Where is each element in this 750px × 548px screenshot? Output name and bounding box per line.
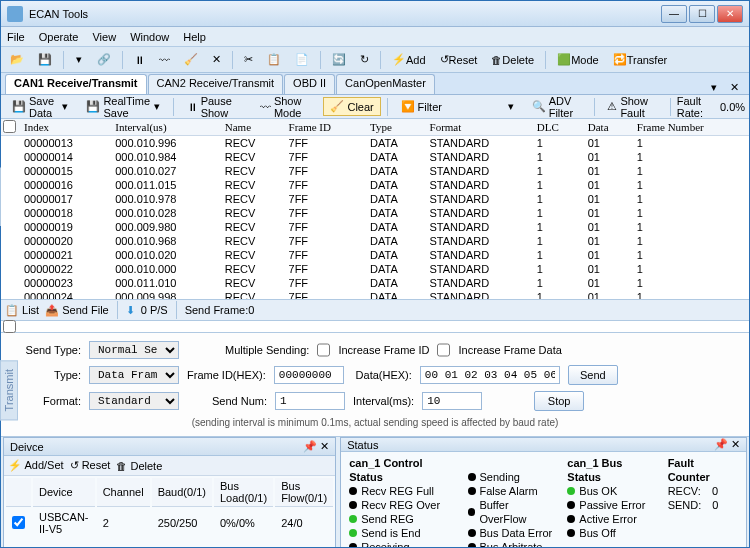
status-close-icon[interactable]: ✕ <box>731 438 740 450</box>
dev-col-busflow[interactable]: Bus Flow(0/1) <box>275 478 333 507</box>
refresh-icon[interactable]: ↻ <box>355 50 374 70</box>
device-row[interactable]: USBCAN-II-V5 2 250/250 0%/0% 24/0 <box>6 509 333 537</box>
filter-icon[interactable]: ✕ <box>207 50 226 70</box>
transmit-side-tab[interactable]: Transmit <box>0 360 18 420</box>
wave-icon[interactable]: 〰 <box>154 50 175 70</box>
mode-button[interactable]: 🟩 Mode <box>552 50 604 70</box>
table-row[interactable]: 00000013000.010.996RECV7FFDATASTANDARD10… <box>1 136 749 151</box>
filter-button[interactable]: 🔽 Filter <box>394 97 449 116</box>
show-mode-button[interactable]: 〰 Show Mode <box>253 92 320 122</box>
window-title: ECAN Tools <box>29 8 661 20</box>
show-fault-button[interactable]: ⚠ Show Fault <box>600 92 664 122</box>
dev-reset-button[interactable]: ↺ Reset <box>70 459 111 472</box>
clear-icon[interactable]: 🧹 <box>179 50 203 70</box>
tab-dropdown-icon[interactable]: ▾ <box>705 81 723 94</box>
device-panel-title: Deivce <box>10 441 44 453</box>
cycle-icon[interactable]: 🔄 <box>327 50 351 70</box>
status-pin-icon[interactable]: 📌 <box>714 438 728 450</box>
pause-icon[interactable]: ⏸ <box>129 50 150 70</box>
connect-icon[interactable]: 🔗 <box>92 50 116 70</box>
copy-icon[interactable]: 📋 <box>262 50 286 70</box>
dot-icon <box>349 543 357 548</box>
down-arrow-icon[interactable]: ⬇ <box>126 304 135 317</box>
dev-col-busload[interactable]: Bus Load(0/1) <box>214 478 273 507</box>
minimize-button[interactable]: — <box>661 5 687 23</box>
datahex-input[interactable] <box>420 366 560 384</box>
cut-icon[interactable]: ✂ <box>239 50 258 70</box>
send-frame-value: Send Frame:0 <box>185 304 255 316</box>
table-row[interactable]: 00000020000.010.968RECV7FFDATASTANDARD10… <box>1 234 749 248</box>
new-icon[interactable]: ▾ <box>70 50 88 70</box>
sendnum-input[interactable] <box>275 392 345 410</box>
increase-frameid-checkbox[interactable] <box>317 341 330 359</box>
dev-col-device[interactable]: Device <box>33 478 95 507</box>
clear-button[interactable]: 🧹 Clear <box>323 97 380 116</box>
send-type-select[interactable]: Normal Send <box>89 341 179 359</box>
close-button[interactable]: ✕ <box>717 5 743 23</box>
list-button[interactable]: 📋 List <box>5 304 39 317</box>
table-row[interactable]: 00000021000.010.020RECV7FFDATASTANDARD10… <box>1 248 749 262</box>
frameid-input[interactable] <box>274 366 344 384</box>
dot-icon <box>468 473 476 481</box>
receive-table[interactable]: Index Interval(us) Name Frame ID Type Fo… <box>1 119 749 299</box>
table-row[interactable]: 00000014000.010.984RECV7FFDATASTANDARD10… <box>1 150 749 164</box>
tab-canopen[interactable]: CanOpenMaster <box>336 74 435 94</box>
col-index[interactable]: Index <box>18 119 109 136</box>
device-close-icon[interactable]: ✕ <box>320 440 329 452</box>
table-row[interactable]: 00000022000.010.000RECV7FFDATASTANDARD10… <box>1 262 749 276</box>
sendnum-label: Send Num: <box>187 395 267 407</box>
maximize-button[interactable]: ☐ <box>689 5 715 23</box>
menu-file[interactable]: File <box>7 31 25 43</box>
send-button[interactable]: Send <box>568 365 618 385</box>
table-row[interactable]: 00000017000.010.978RECV7FFDATASTANDARD10… <box>1 192 749 206</box>
type-select[interactable]: Data Frame <box>89 366 179 384</box>
col-framenum[interactable]: Frame Number <box>631 119 749 136</box>
transmit-checkbox[interactable] <box>3 320 16 333</box>
dot-icon <box>468 543 476 548</box>
realtime-save-button[interactable]: 💾 RealTime Save ▾ <box>79 92 167 122</box>
stop-button[interactable]: Stop <box>534 391 584 411</box>
table-row[interactable]: 00000024000.009.998RECV7FFDATASTANDARD10… <box>1 290 749 299</box>
interval-input[interactable] <box>422 392 482 410</box>
table-row[interactable]: 00000016000.011.015RECV7FFDATASTANDARD10… <box>1 178 749 192</box>
transfer-button[interactable]: 🔁 Transfer <box>608 50 673 70</box>
menu-window[interactable]: Window <box>130 31 169 43</box>
menu-operate[interactable]: Operate <box>39 31 79 43</box>
fault-rate-value: 0.0% <box>720 101 745 113</box>
col-format[interactable]: Format <box>424 119 531 136</box>
adv-filter-button[interactable]: 🔍 ADV Filter <box>525 92 588 122</box>
col-interval[interactable]: Interval(us) <box>109 119 219 136</box>
menu-view[interactable]: View <box>92 31 116 43</box>
dev-delete-button[interactable]: 🗑 Delete <box>116 460 162 472</box>
col-data[interactable]: Data <box>582 119 631 136</box>
pause-show-button[interactable]: ⏸ Pause Show <box>180 92 249 122</box>
table-row[interactable]: 00000018000.010.028RECV7FFDATASTANDARD10… <box>1 206 749 220</box>
dev-col-baud[interactable]: Baud(0/1) <box>152 478 212 507</box>
save-data-button[interactable]: 💾 Save Data ▾ <box>5 92 75 122</box>
table-row[interactable]: 00000019000.009.980RECV7FFDATASTANDARD10… <box>1 220 749 234</box>
addset-button[interactable]: ⚡ Add/Set <box>8 459 64 472</box>
col-frameid[interactable]: Frame ID <box>283 119 365 136</box>
table-row[interactable]: 00000015000.010.027RECV7FFDATASTANDARD10… <box>1 164 749 178</box>
add-button[interactable]: ⚡ Add <box>387 50 431 70</box>
filter-dropdown[interactable]: ▾ <box>501 97 521 116</box>
col-type[interactable]: Type <box>364 119 423 136</box>
col-name[interactable]: Name <box>219 119 283 136</box>
dev-col-channel[interactable]: Channel <box>97 478 150 507</box>
table-row[interactable]: 00000023000.011.010RECV7FFDATASTANDARD10… <box>1 276 749 290</box>
increase-framedata-checkbox[interactable] <box>437 341 450 359</box>
select-all-checkbox[interactable] <box>3 120 16 133</box>
col-dlc[interactable]: DLC <box>531 119 582 136</box>
paste-icon[interactable]: 📄 <box>290 50 314 70</box>
device-checkbox[interactable] <box>12 516 25 529</box>
format-select[interactable]: Standard <box>89 392 179 410</box>
open-icon[interactable]: 📂 <box>5 50 29 70</box>
dot-icon <box>567 487 575 495</box>
menu-help[interactable]: Help <box>183 31 206 43</box>
reset-button[interactable]: ↺ Reset <box>435 50 483 70</box>
tab-close-icon[interactable]: ✕ <box>724 81 745 94</box>
send-file-button[interactable]: 📤 Send File <box>45 304 109 317</box>
save-icon[interactable]: 💾 <box>33 50 57 70</box>
delete-button[interactable]: 🗑 Delete <box>486 50 539 70</box>
pin-icon[interactable]: 📌 <box>303 440 317 452</box>
